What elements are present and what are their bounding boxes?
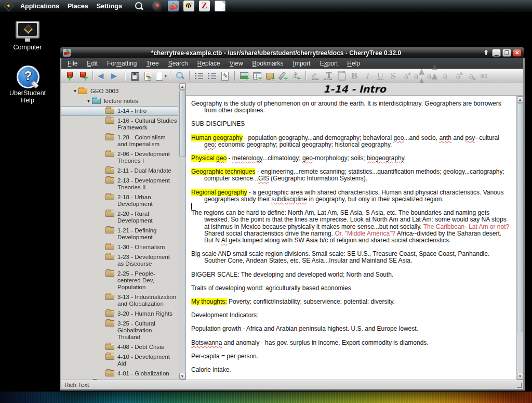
menu-help[interactable]: Help: [342, 59, 365, 68]
panel-menu-applications[interactable]: Applications: [16, 1, 63, 11]
heading-3-button[interactable]: a: [426, 70, 438, 82]
insert-codebox-button[interactable]: [264, 70, 276, 82]
tree-node-2-13-development-theories-ii[interactable]: 2-13 - Development Theories II: [61, 176, 178, 192]
foreground-color-button[interactable]: [309, 70, 322, 82]
text-run: ...and socio,: [404, 134, 439, 141]
insert-image-button[interactable]: [238, 70, 250, 82]
resize-grip[interactable]: [517, 383, 522, 388]
dropdown-caret-icon[interactable]: ▾: [164, 73, 167, 79]
menu-edit[interactable]: Edit: [82, 59, 102, 68]
menu-view[interactable]: View: [225, 59, 248, 68]
add-subnode-button[interactable]: [77, 70, 89, 82]
launcher-zotero-icon[interactable]: Z: [199, 1, 210, 11]
tree-node-2-25-people-centered-dev-population[interactable]: 2-25 - People-centered Dev, Population: [61, 269, 178, 292]
maximize-button[interactable]: ❐: [502, 49, 511, 57]
distro-logo-icon[interactable]: [4, 2, 13, 10]
scroll-up-icon[interactable]: ▲: [179, 83, 185, 90]
text-run: Calorie intake.: [191, 366, 231, 373]
panel-menu-places[interactable]: Places: [63, 1, 92, 11]
tree-node-2-20-rural-development[interactable]: 2-20 - Rural Development: [61, 209, 178, 226]
tree-node-label: lecture notes: [104, 98, 138, 105]
tree-node-4-01-globalization[interactable]: 4-01 - Globalization: [61, 369, 178, 379]
tree-node-lecture-notes[interactable]: ▼lecture notes: [61, 96, 178, 106]
tree-node-2-11-dual-mandate[interactable]: 2-11 - Dual Mandate: [61, 166, 178, 176]
computer-icon: [16, 21, 39, 38]
subscript-button[interactable]: a: [465, 70, 477, 82]
underline-button[interactable]: U: [374, 70, 387, 82]
tree-node-1-21-defining-development[interactable]: 1-21 - Defining Development: [61, 226, 178, 242]
bulleted-list-button[interactable]: [193, 70, 205, 82]
collapse-icon[interactable]: ▼: [72, 88, 78, 95]
heading-1-button[interactable]: a: [400, 70, 413, 82]
insert-file-button[interactable]: [277, 70, 289, 82]
add-node-button[interactable]: [64, 70, 76, 82]
tree-node-2-06-development-theories-i[interactable]: 2-06 - Development Theories I: [61, 149, 178, 166]
tree-node-3-20-human-rights[interactable]: 3-20 - Human Rights: [61, 309, 178, 319]
tree-scrollbar-thumb[interactable]: [179, 90, 185, 157]
launcher-cherrytree-icon[interactable]: [168, 1, 179, 11]
scroll-down-icon[interactable]: ▼: [517, 373, 523, 380]
print-button[interactable]: ▾: [154, 70, 167, 82]
search-icon[interactable]: [134, 1, 144, 11]
tree-node-1-28-colonialism-and-imperialism[interactable]: 1-28 - Colonialism and Imperialism: [61, 133, 178, 149]
export-pdf-button[interactable]: [141, 70, 154, 82]
menu-bookmarks[interactable]: Bookmarks: [248, 59, 288, 68]
menu-search[interactable]: Search: [164, 59, 193, 68]
menu-file[interactable]: File: [63, 59, 82, 68]
collapse-icon[interactable]: ▼: [85, 98, 92, 105]
desktop-icon-computer[interactable]: Computer: [5, 21, 50, 51]
go-back-button[interactable]: [96, 70, 109, 82]
menu-export[interactable]: Export: [315, 59, 343, 68]
find-in-nodes-button[interactable]: [174, 70, 186, 82]
tree-node-3-25-cultural-globalization-thailand[interactable]: 3-25 - Cultural Globalization--Thailand: [61, 319, 178, 342]
insert-table-button[interactable]: [251, 70, 263, 82]
tree-scrollbar[interactable]: ▲ ▼: [179, 83, 185, 380]
launcher-new-document-icon[interactable]: [215, 1, 225, 11]
go-forward-button[interactable]: [109, 70, 122, 82]
strikethrough-button[interactable]: S: [387, 70, 400, 82]
editor-scrollbar-thumb[interactable]: [517, 103, 523, 332]
add-subnode-icon: [78, 71, 88, 81]
save-button[interactable]: [128, 70, 141, 82]
launcher-recorder-icon[interactable]: [152, 1, 163, 11]
tree-node-1-16-cultural-studies-framework[interactable]: 1-16 - Cultural Studies Framework: [61, 116, 178, 133]
tree-node-1-14-intro[interactable]: 1-14 - Intro: [61, 106, 178, 116]
menu-tree[interactable]: Tree: [141, 59, 163, 68]
highlighted-text: geo: [216, 154, 227, 162]
background-color-button[interactable]: [335, 70, 348, 82]
shade-button[interactable]: ⬆: [482, 49, 490, 57]
superscript-button[interactable]: a: [452, 70, 464, 82]
tree-node-1-23-development-as-discourse[interactable]: 1-23 - Development as Discourse: [61, 252, 178, 269]
numbered-list-button[interactable]: [206, 70, 218, 82]
folder-icon: [105, 320, 114, 327]
text-color-button[interactable]: [322, 70, 335, 82]
tree-node-4-10-development-aid[interactable]: 4-10 - Development Aid: [61, 352, 178, 369]
tree-node-3-13-industrialization-and-globalization[interactable]: 3-13 - Industrialization and Globalizati…: [61, 292, 178, 309]
small-text-button[interactable]: a: [439, 70, 451, 82]
panel-menu-settings[interactable]: Settings: [92, 1, 126, 11]
launcher-bee-notes-icon[interactable]: [183, 1, 194, 11]
bold-button[interactable]: B: [348, 70, 361, 82]
scroll-up-icon[interactable]: ▲: [517, 96, 523, 103]
todo-list-button[interactable]: [219, 70, 231, 82]
desktop-icon-uberstudent-help[interactable]: UberStudent Help: [5, 66, 50, 104]
close-button[interactable]: ✕: [513, 49, 522, 57]
scroll-down-icon[interactable]: ▼: [179, 373, 185, 380]
paragraph: Geography is the study of phenomenon on …: [191, 100, 511, 114]
editor-text-area[interactable]: Geography is the study of phenomenon on …: [186, 96, 523, 380]
insert-anchor-button[interactable]: [290, 70, 302, 82]
tree-node-1-30-orientalism[interactable]: 1-30 - Orientalism: [61, 242, 178, 252]
monospace-button[interactable]: ms: [478, 70, 490, 82]
menu-formatting[interactable]: Formatting: [102, 59, 141, 68]
italic-button[interactable]: i: [361, 70, 374, 82]
heading-2-button[interactable]: a: [413, 70, 425, 82]
tree-node-geo-3003[interactable]: ▼GEO 3003: [61, 86, 178, 96]
editor-scrollbar[interactable]: ▲ ▼: [516, 96, 523, 380]
menu-replace[interactable]: Replace: [193, 59, 225, 68]
window-titlebar[interactable]: *cherrytree-example.ctb - /usr/share/ube…: [60, 47, 525, 58]
minimize-button[interactable]: ▁: [492, 49, 501, 57]
text-run: Development Indicators:: [191, 311, 258, 319]
tree-node-2-18-urban-development[interactable]: 2-18 - Urban Development: [61, 192, 178, 209]
tree-node-4-08-debt-crisis[interactable]: 4-08 - Debt Crisis: [61, 342, 178, 352]
menu-import[interactable]: Import: [288, 59, 315, 68]
